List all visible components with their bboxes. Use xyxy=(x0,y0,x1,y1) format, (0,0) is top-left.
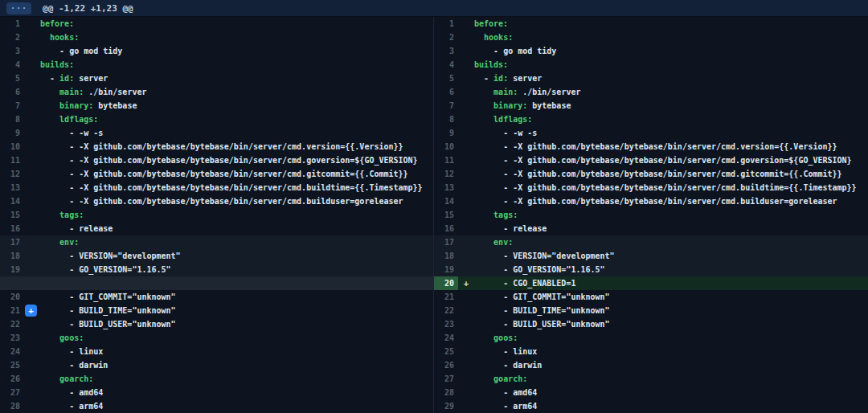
line-marker xyxy=(24,153,40,167)
diff-line: 6 main: ./bin/server xyxy=(434,85,868,99)
line-number: 20 xyxy=(434,276,458,290)
diff-line: 4builds: xyxy=(434,58,868,72)
diff-line: 22 - BUILD_TIME="unknown" xyxy=(434,304,868,317)
line-number: 13 xyxy=(0,181,24,194)
line-number: 14 xyxy=(434,194,458,208)
code-text: goarch: xyxy=(40,372,433,386)
code-text: binary: bytebase xyxy=(40,99,433,112)
line-marker xyxy=(458,399,474,413)
diff-line: 23 goos: xyxy=(0,331,433,345)
line-number: 14 xyxy=(0,194,24,208)
line-number: 8 xyxy=(434,112,458,126)
diff-line: 1before: xyxy=(434,17,868,31)
line-number: 10 xyxy=(434,140,458,153)
code-text: - go mod tidy xyxy=(474,44,868,58)
line-marker xyxy=(458,386,474,399)
diff-pane-new: 1before:2 hooks:3 - go mod tidy4builds:5… xyxy=(434,17,868,413)
code-text: - -X github.com/bytebase/bytebase/bin/se… xyxy=(40,153,433,167)
code-text: - -X github.com/bytebase/bytebase/bin/se… xyxy=(40,194,433,208)
line-marker xyxy=(458,58,474,72)
diff-line: 14 - -X github.com/bytebase/bytebase/bin… xyxy=(0,194,433,208)
code-text: - amd64 xyxy=(40,386,433,399)
code-text: main: ./bin/server xyxy=(474,85,868,99)
line-marker xyxy=(24,72,40,85)
line-number: 1 xyxy=(0,17,24,31)
line-marker xyxy=(458,290,474,304)
line-marker xyxy=(458,345,474,358)
line-number: 16 xyxy=(434,222,458,235)
line-number: 26 xyxy=(434,358,458,372)
line-marker xyxy=(24,31,40,44)
line-number: 23 xyxy=(434,317,458,331)
diff-line: 21+ - BUILD_TIME="unknown" xyxy=(0,304,433,317)
line-number: 9 xyxy=(0,126,24,140)
diff-line: 1before: xyxy=(0,17,433,31)
line-marker xyxy=(458,372,474,386)
line-number: 10 xyxy=(0,140,24,153)
more-options-button[interactable]: ··· xyxy=(6,2,31,14)
line-marker xyxy=(458,194,474,208)
diff-line: 28 - arm64 xyxy=(0,399,433,413)
diff-line: 3 - go mod tidy xyxy=(434,44,868,58)
code-text xyxy=(40,276,433,290)
line-marker xyxy=(458,181,474,194)
line-number: 28 xyxy=(0,399,24,413)
line-marker xyxy=(458,249,474,263)
line-marker xyxy=(24,58,40,72)
line-number: 11 xyxy=(0,153,24,167)
diff-line: 26 goarch: xyxy=(0,372,433,386)
code-text: - GIT_COMMIT="unknown" xyxy=(40,290,433,304)
line-marker xyxy=(24,372,40,386)
code-text: - -X github.com/bytebase/bytebase/bin/se… xyxy=(474,140,868,153)
diff-line: 6 main: ./bin/server xyxy=(0,85,433,99)
line-marker xyxy=(458,208,474,222)
diff-line: 18 - VERSION="development" xyxy=(0,249,433,263)
line-number: 2 xyxy=(434,31,458,44)
diff-line: 13 - -X github.com/bytebase/bytebase/bin… xyxy=(434,181,868,194)
code-text: tags: xyxy=(40,208,433,222)
line-marker xyxy=(24,399,40,413)
code-text: before: xyxy=(40,17,433,31)
line-number: 21 xyxy=(434,290,458,304)
code-text: - darwin xyxy=(40,358,433,372)
code-text: builds: xyxy=(474,58,868,72)
line-number: 5 xyxy=(434,72,458,85)
line-number: 5 xyxy=(0,72,24,85)
diff-filler-row xyxy=(0,276,433,290)
line-marker xyxy=(458,167,474,181)
add-comment-button[interactable]: + xyxy=(25,305,37,317)
line-number: 3 xyxy=(434,44,458,58)
diff-line: 2 hooks: xyxy=(434,31,868,44)
line-number: 20 xyxy=(0,290,24,304)
line-number: 27 xyxy=(434,372,458,386)
line-marker xyxy=(24,317,40,331)
code-text: ldflags: xyxy=(474,112,868,126)
diff-line: 4builds: xyxy=(0,58,433,72)
line-number: 6 xyxy=(0,85,24,99)
diff-line: 14 - -X github.com/bytebase/bytebase/bin… xyxy=(434,194,868,208)
line-marker xyxy=(458,153,474,167)
diff-line: 9 - -w -s xyxy=(434,126,868,140)
diff-line: 11 - -X github.com/bytebase/bytebase/bin… xyxy=(434,153,868,167)
code-text: - -X github.com/bytebase/bytebase/bin/se… xyxy=(474,153,868,167)
line-marker xyxy=(24,276,40,290)
line-number: 12 xyxy=(434,167,458,181)
line-number: 25 xyxy=(434,345,458,358)
line-marker xyxy=(24,358,40,372)
line-marker xyxy=(24,167,40,181)
code-text: - go mod tidy xyxy=(40,44,433,58)
code-text: - BUILD_TIME="unknown" xyxy=(474,304,868,317)
code-text: - linux xyxy=(474,345,868,358)
diff-line: 20 - GIT_COMMIT="unknown" xyxy=(0,290,433,304)
diff-line: 25 - darwin xyxy=(0,358,433,372)
line-number: 26 xyxy=(0,372,24,386)
diff-line: 3 - go mod tidy xyxy=(0,44,433,58)
code-text: - -w -s xyxy=(40,126,433,140)
line-marker xyxy=(24,263,40,276)
line-marker xyxy=(458,222,474,235)
line-number: 17 xyxy=(0,235,24,249)
line-marker xyxy=(24,222,40,235)
code-text: - -X github.com/bytebase/bytebase/bin/se… xyxy=(474,167,868,181)
code-text: before: xyxy=(474,17,868,31)
line-number: 22 xyxy=(434,304,458,317)
